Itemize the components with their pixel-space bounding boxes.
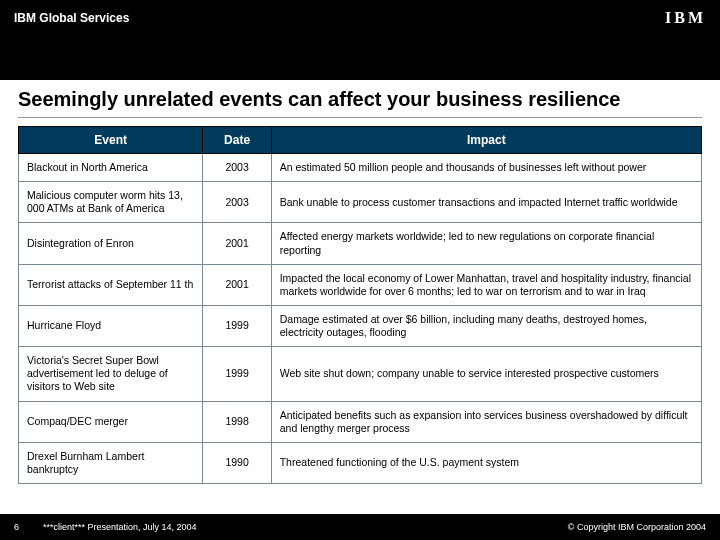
cell-date: 1999 — [203, 305, 271, 346]
table-row: Terrorist attacks of September 11 th 200… — [19, 264, 702, 305]
cell-event: Victoria's Secret Super Bowl advertiseme… — [19, 347, 203, 401]
col-header-event: Event — [19, 127, 203, 154]
cell-date: 2001 — [203, 264, 271, 305]
cell-impact: Threatened functioning of the U.S. payme… — [271, 442, 701, 483]
table-row: Blackout in North America 2003 An estima… — [19, 154, 702, 182]
brand-text: IBM Global Services — [14, 11, 129, 25]
cell-event: Drexel Burnham Lambert bankruptcy — [19, 442, 203, 483]
table-row: Disintegration of Enron 2001 Affected en… — [19, 223, 702, 264]
black-band — [0, 36, 720, 80]
slide: IBM Global Services IBM Seemingly unrela… — [0, 0, 720, 540]
title-wrap: Seemingly unrelated events can affect yo… — [0, 80, 720, 122]
page-number: 6 — [14, 522, 19, 532]
cell-impact: Affected energy markets worldwide; led t… — [271, 223, 701, 264]
events-table: Event Date Impact Blackout in North Amer… — [18, 126, 702, 484]
col-header-date: Date — [203, 127, 271, 154]
footer-left: 6 ***client*** Presentation, July 14, 20… — [14, 522, 197, 532]
topbar: IBM Global Services IBM — [0, 0, 720, 36]
cell-impact: Web site shut down; company unable to se… — [271, 347, 701, 401]
cell-impact: Damage estimated at over $6 billion, inc… — [271, 305, 701, 346]
cell-date: 2003 — [203, 154, 271, 182]
cell-impact: Impacted the local economy of Lower Manh… — [271, 264, 701, 305]
cell-date: 2003 — [203, 182, 271, 223]
cell-event: Blackout in North America — [19, 154, 203, 182]
cell-event: Malicious computer worm hits 13, 000 ATM… — [19, 182, 203, 223]
cell-impact: Bank unable to process customer transact… — [271, 182, 701, 223]
cell-event: Terrorist attacks of September 11 th — [19, 264, 203, 305]
cell-impact: Anticipated benefits such as expansion i… — [271, 401, 701, 442]
cell-date: 1999 — [203, 347, 271, 401]
cell-event: Disintegration of Enron — [19, 223, 203, 264]
cell-event: Hurricane Floyd — [19, 305, 203, 346]
cell-date: 2001 — [203, 223, 271, 264]
ibm-logo: IBM — [665, 9, 706, 27]
content: Event Date Impact Blackout in North Amer… — [0, 122, 720, 514]
table-row: Malicious computer worm hits 13, 000 ATM… — [19, 182, 702, 223]
table-header-row: Event Date Impact — [19, 127, 702, 154]
cell-date: 1998 — [203, 401, 271, 442]
footer: 6 ***client*** Presentation, July 14, 20… — [0, 514, 720, 540]
cell-date: 1990 — [203, 442, 271, 483]
copyright: © Copyright IBM Corporation 2004 — [568, 522, 706, 532]
table-row: Hurricane Floyd 1999 Damage estimated at… — [19, 305, 702, 346]
col-header-impact: Impact — [271, 127, 701, 154]
page-title: Seemingly unrelated events can affect yo… — [18, 88, 702, 118]
table-row: Compaq/DEC merger 1998 Anticipated benef… — [19, 401, 702, 442]
presentation-info: ***client*** Presentation, July 14, 2004 — [43, 522, 197, 532]
table-row: Victoria's Secret Super Bowl advertiseme… — [19, 347, 702, 401]
cell-impact: An estimated 50 million people and thous… — [271, 154, 701, 182]
table-row: Drexel Burnham Lambert bankruptcy 1990 T… — [19, 442, 702, 483]
cell-event: Compaq/DEC merger — [19, 401, 203, 442]
